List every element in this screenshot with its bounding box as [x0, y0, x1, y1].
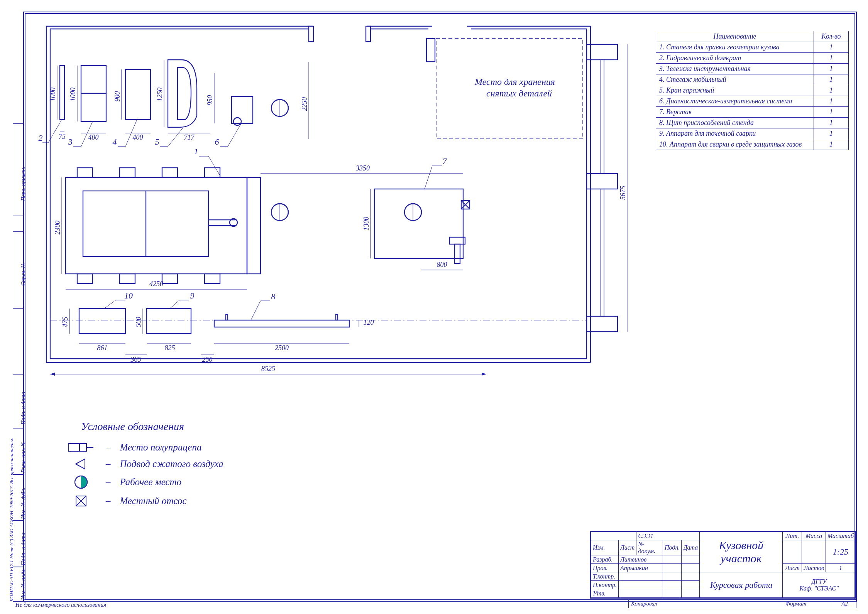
bom-row: 7. Верстак1 — [656, 107, 849, 118]
triangle-icon — [66, 458, 96, 470]
svg-rect-18 — [309, 26, 313, 42]
dim-250: 250 — [202, 356, 213, 363]
sidecell-sprav: Справ. № — [13, 231, 24, 309]
tb-nkontr: Н.контр. — [591, 581, 619, 589]
svg-rect-22 — [587, 316, 618, 332]
tb-razrab: Разраб. — [591, 555, 619, 564]
legend-row-trailer: – Место полуприцепа — [66, 441, 223, 454]
drawing-area: Место для хранения снятых деталей 1000 7… — [39, 23, 633, 409]
tb-formatval: А2 — [833, 600, 856, 608]
legend-text-2: Рабочее место — [120, 477, 182, 487]
bom-h-name: Наименование — [656, 31, 814, 42]
tb-ndoc: № докум. — [636, 540, 663, 555]
svg-rect-19 — [366, 26, 371, 42]
dim-5675: 5675 — [619, 186, 627, 200]
tb-razrab-name: Литвинов — [618, 555, 663, 564]
exhaust-icon — [66, 494, 96, 508]
svg-rect-76 — [205, 274, 220, 283]
bom-qty: 1 — [814, 139, 849, 150]
lbl-2: 2 — [39, 133, 43, 143]
floorplan-svg: Место для хранения снятых деталей 1000 7… — [39, 23, 633, 409]
svg-line-102 — [104, 300, 116, 309]
dim-2300: 2300 — [54, 221, 61, 234]
lbl-7: 7 — [443, 156, 447, 166]
svg-marker-61 — [342, 69, 357, 77]
dim-825: 825 — [165, 344, 175, 352]
bom-qty: 1 — [814, 64, 849, 74]
svg-rect-106 — [214, 320, 349, 327]
dim-75: 75 — [59, 133, 66, 140]
lbl-9: 9 — [190, 291, 195, 300]
dim-3350: 3350 — [355, 164, 370, 172]
bom-name: 6. Диагностическая-измерительная система — [656, 96, 814, 107]
svg-rect-0 — [69, 444, 80, 451]
bom-name: 2. Гидравлический домкрат — [656, 53, 814, 64]
bom-name: 9. Аппарат для точечной сварки — [656, 128, 814, 139]
trailer-icon — [66, 441, 96, 454]
legend-row-exhaust: – Местный отсос — [66, 494, 223, 508]
tb-data: Дата — [682, 540, 700, 555]
tb-listlbl: Лист — [783, 564, 802, 572]
bom-qty: 1 — [814, 53, 849, 64]
legend: Условные обозначения – Место полуприцепа… — [66, 420, 223, 512]
svg-point-52 — [233, 118, 241, 125]
bom-name: 1. Стапеля для правки геометрии кузова — [656, 42, 814, 53]
dim-717: 717 — [184, 133, 195, 141]
dim-861: 861 — [97, 344, 108, 352]
bom-row: 9. Аппарат для точечной сварки1 — [656, 128, 849, 139]
lbl-5: 5 — [155, 137, 159, 147]
svg-rect-95 — [79, 309, 125, 334]
svg-line-90 — [425, 166, 432, 189]
bom-qty: 1 — [814, 128, 849, 139]
svg-rect-107 — [226, 314, 228, 320]
dim-2250: 2250 — [301, 97, 308, 111]
lbl-8: 8 — [271, 292, 276, 301]
svg-rect-75 — [162, 274, 178, 283]
tb-podp: Подп. — [663, 540, 682, 555]
dim-2500: 2500 — [275, 344, 289, 352]
svg-marker-3 — [76, 459, 85, 469]
legend-text-0: Место полуприцепа — [120, 442, 202, 453]
tb-tkontr: Т.контр. — [591, 572, 619, 581]
bom-name: 7. Верстак — [656, 107, 814, 118]
bom-qty: 1 — [814, 74, 849, 85]
svg-rect-77 — [247, 177, 261, 274]
legend-title: Условные обозначения — [81, 420, 223, 433]
lbl-1: 1 — [194, 147, 198, 156]
tb-org1: ДГТУ — [784, 578, 854, 585]
bom-qty: 1 — [814, 42, 849, 53]
bom-row: 8. Щит приспособлений стенда1 — [656, 118, 849, 128]
bom-row: 5. Кран гаражный1 — [656, 85, 849, 96]
dim-1250: 1250 — [156, 88, 164, 101]
lbl-6: 6 — [215, 137, 219, 147]
dim-1000b: 1000 — [69, 88, 77, 101]
bom-h-qty: Кол-во — [814, 31, 849, 42]
bom-name: 5. Кран гаражный — [656, 85, 814, 96]
dim-1300: 1300 — [362, 217, 370, 231]
tb-subtitle: Курсовая работа — [700, 572, 783, 598]
svg-line-53 — [228, 123, 241, 147]
bom-row: 6. Диагностическая-измерительная система… — [656, 96, 849, 107]
bom-row: 10. Аппарат для сварки в среде защитных … — [656, 139, 849, 150]
dim-1000a: 1000 — [49, 88, 57, 101]
svg-rect-85 — [374, 189, 463, 258]
dim-800: 800 — [437, 261, 447, 268]
legend-row-workplace: – Рабочее место — [66, 474, 223, 490]
dim-475: 475 — [61, 317, 69, 327]
dim-900: 900 — [113, 91, 121, 102]
svg-line-48 — [168, 127, 183, 147]
bom-name: 4. Стелаж мобильный — [656, 74, 814, 85]
tb-massa: Масса — [802, 532, 826, 540]
svg-rect-27 — [426, 39, 435, 62]
bom-qty: 1 — [814, 96, 849, 107]
legend-text-3: Местный отсос — [120, 496, 187, 506]
tb-listovlbl: Листов — [802, 564, 826, 572]
svg-rect-20 — [587, 44, 618, 60]
bom-row: 4. Стелаж мобильный1 — [656, 74, 849, 85]
dim-4250: 4250 — [149, 280, 163, 288]
bom-row: 2. Гидравлический домкрат1 — [656, 53, 849, 64]
dim-365: 365 — [130, 356, 141, 363]
svg-rect-30 — [60, 66, 64, 120]
dim-500: 500 — [135, 317, 142, 327]
sidecell-podpdata: Подп. и дата — [13, 374, 24, 428]
